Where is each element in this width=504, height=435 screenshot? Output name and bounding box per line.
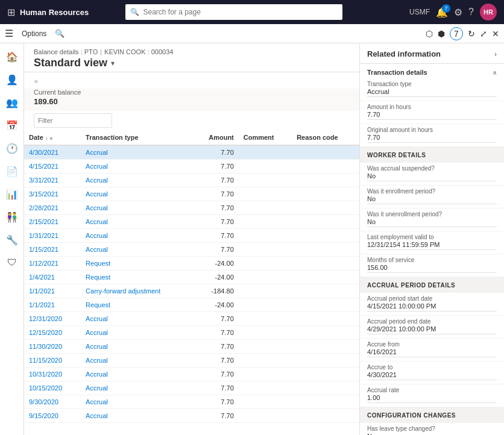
table-row[interactable]: 9/15/2020Accrual7.70 <box>24 409 359 423</box>
table-row[interactable]: 1/31/2021Accrual7.70 <box>24 229 359 243</box>
date-link[interactable]: 10/15/2020 <box>29 384 62 392</box>
filter-input[interactable] <box>34 113 112 128</box>
grid-icon[interactable]: ⊞ <box>7 7 15 18</box>
share-icon[interactable]: ⬢ <box>438 29 445 39</box>
refresh-icon[interactable]: ↻ <box>468 29 475 39</box>
cell-comment <box>239 326 292 340</box>
sidebar-item-shield[interactable]: 🛡 <box>1 252 23 274</box>
table-row[interactable]: 4/15/2021Accrual7.70 <box>24 160 359 174</box>
sidebar-item-group[interactable]: 👥 <box>1 92 23 113</box>
date-link[interactable]: 12/31/2020 <box>29 315 62 322</box>
table-row[interactable]: 2/28/2021Accrual7.70 <box>24 201 359 215</box>
close-icon[interactable]: ✕ <box>492 29 499 39</box>
date-link[interactable]: 11/15/2020 <box>29 357 62 364</box>
table-row[interactable]: 9/30/2020Accrual7.70 <box>24 395 359 409</box>
date-link[interactable]: 1/4/2021 <box>29 274 55 281</box>
table-row[interactable]: 3/31/2021Accrual7.70 <box>24 174 359 187</box>
table-row[interactable]: 11/15/2020Accrual7.70 <box>24 354 359 368</box>
cell-comment <box>239 145 292 160</box>
type-link[interactable]: Accrual <box>86 398 108 405</box>
date-link[interactable]: 2/15/2021 <box>29 218 58 225</box>
sidebar-item-tools[interactable]: 🔧 <box>1 229 23 251</box>
date-link[interactable]: 3/31/2021 <box>29 177 58 184</box>
date-link[interactable]: 3/15/2021 <box>29 190 58 198</box>
date-link[interactable]: 2/28/2021 <box>29 204 58 211</box>
table-row[interactable]: 11/30/2020Accrual7.70 <box>24 340 359 354</box>
table-row[interactable]: 12/15/2020Accrual7.70 <box>24 326 359 340</box>
sidebar-item-person[interactable]: 👤 <box>1 69 23 90</box>
help-icon[interactable]: ? <box>468 7 474 17</box>
type-link[interactable]: Accrual <box>86 218 108 225</box>
date-link[interactable]: 4/15/2021 <box>29 163 58 170</box>
type-link[interactable]: Accrual <box>86 177 108 184</box>
date-link[interactable]: 9/15/2020 <box>29 412 58 419</box>
table-row[interactable]: 1/12/2021Request-24.00 <box>24 257 359 271</box>
filter-icon[interactable]: ⬦ <box>34 76 39 85</box>
title-chevron-icon[interactable]: ▾ <box>111 59 115 67</box>
cell-type: Accrual <box>81 229 192 243</box>
date-link[interactable]: 11/30/2020 <box>29 343 62 350</box>
table-row[interactable]: 1/1/2021Request-24.00 <box>24 298 359 312</box>
sidebar-item-chart[interactable]: 📊 <box>1 183 23 205</box>
date-link[interactable]: 1/15/2021 <box>29 246 58 253</box>
table-row[interactable]: 10/15/2020Accrual7.70 <box>24 381 359 395</box>
date-link[interactable]: 9/30/2020 <box>29 398 58 405</box>
table-row[interactable]: 3/15/2021Accrual7.70 <box>24 187 359 201</box>
global-search[interactable]: 🔍 <box>125 4 342 20</box>
type-link[interactable]: Accrual <box>86 343 108 350</box>
sidebar-item-group2[interactable]: 👫 <box>1 206 23 228</box>
sidebar-item-document[interactable]: 📄 <box>1 160 23 182</box>
type-link[interactable]: Request <box>86 301 110 308</box>
type-link[interactable]: Accrual <box>86 371 108 378</box>
transaction-details-section[interactable]: Transaction details ∧ <box>360 64 504 78</box>
table-row[interactable]: 2/15/2021Accrual7.70 <box>24 215 359 229</box>
date-link[interactable]: 1/12/2021 <box>29 260 58 267</box>
table-row[interactable]: 4/30/2021Accrual7.70 <box>24 145 359 160</box>
table-row[interactable]: 1/15/2021Accrual7.70 <box>24 243 359 257</box>
right-panel-chevron-icon[interactable]: › <box>494 50 497 58</box>
sidebar-item-clock[interactable]: 🕐 <box>1 137 23 159</box>
second-navigation: ☰ Options 🔍 ⬡ ⬢ 7 ↻ ⤢ ✕ <box>0 24 504 43</box>
sort-icon-date[interactable]: ↓ <box>45 135 48 141</box>
table-row[interactable]: 10/31/2020Accrual7.70 <box>24 368 359 381</box>
type-link[interactable]: Accrual <box>86 232 108 239</box>
type-link[interactable]: Accrual <box>86 190 108 198</box>
type-link[interactable]: Accrual <box>86 315 108 322</box>
date-link[interactable]: 1/1/2021 <box>29 301 55 308</box>
table-row[interactable]: 12/31/2020Accrual7.70 <box>24 312 359 326</box>
options-button[interactable]: Options <box>18 30 50 38</box>
settings-icon[interactable]: ⚙ <box>454 7 462 18</box>
type-link[interactable]: Accrual <box>86 149 108 156</box>
app-logo: ⊞ Human Resources <box>7 7 89 18</box>
search-input[interactable] <box>143 8 338 16</box>
sidebar-item-calendar[interactable]: 📅 <box>1 114 23 136</box>
bookmark-icon[interactable]: ⬡ <box>426 29 433 39</box>
notification-count-icon[interactable]: 7 <box>450 27 463 40</box>
notification-bell[interactable]: 🔔 7 <box>436 7 448 18</box>
table-row[interactable]: 1/1/2021Carry-forward adjustment-184.80 <box>24 284 359 298</box>
expand-icon[interactable]: ⤢ <box>480 29 487 39</box>
date-link[interactable]: 1/1/2021 <box>29 287 55 295</box>
type-link[interactable]: Accrual <box>86 204 108 211</box>
sidebar-item-home[interactable]: 🏠 <box>1 46 23 67</box>
date-link[interactable]: 10/31/2020 <box>29 371 62 378</box>
date-link[interactable]: 1/31/2021 <box>29 232 58 239</box>
type-link[interactable]: Accrual <box>86 412 108 419</box>
type-link[interactable]: Accrual <box>86 246 108 253</box>
transaction-details-chevron[interactable]: ∧ <box>493 69 497 76</box>
avatar[interactable]: HR <box>480 4 497 20</box>
nav-search-icon[interactable]: 🔍 <box>55 29 65 38</box>
table-row[interactable]: 1/4/2021Request-24.00 <box>24 271 359 284</box>
cell-comment <box>239 354 292 368</box>
type-link[interactable]: Carry-forward adjustment <box>86 287 160 295</box>
type-link[interactable]: Accrual <box>86 163 108 170</box>
type-link[interactable]: Accrual <box>86 384 108 392</box>
date-link[interactable]: 12/15/2020 <box>29 329 62 336</box>
filter-icon-date[interactable]: ⬦ <box>49 135 52 141</box>
type-link[interactable]: Accrual <box>86 357 108 364</box>
type-link[interactable]: Accrual <box>86 329 108 336</box>
type-link[interactable]: Request <box>86 274 110 281</box>
date-link[interactable]: 4/30/2021 <box>29 149 58 156</box>
hamburger-icon[interactable]: ☰ <box>5 28 13 39</box>
type-link[interactable]: Request <box>86 260 110 267</box>
